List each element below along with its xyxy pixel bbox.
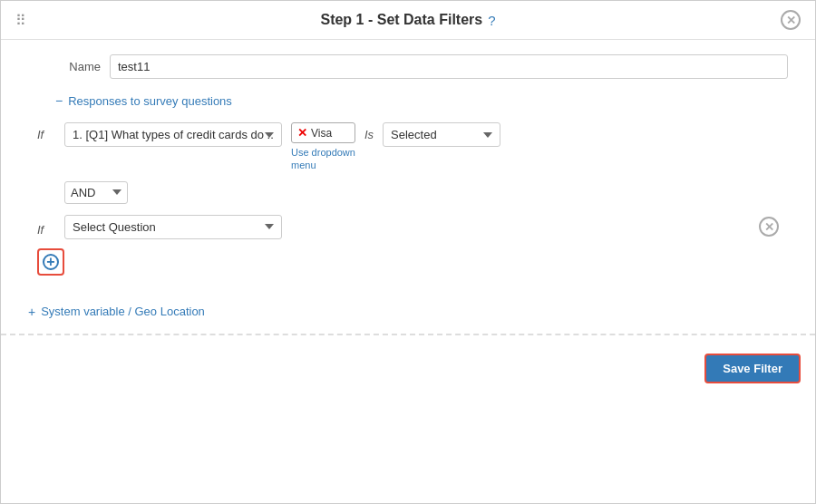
responses-toggle-icon[interactable]: − [55, 93, 63, 108]
if-label-2: If [37, 218, 64, 237]
system-section-header: + System variable / Geo Location [1, 305, 815, 319]
if-label-1: If [37, 122, 64, 141]
drag-handle-icon[interactable]: ⠿ [15, 12, 26, 29]
name-row: Name [28, 54, 788, 79]
page-title: Step 1 - Set Data Filters [320, 12, 482, 28]
footer: Save Filter [1, 346, 815, 391]
add-icon: + [43, 254, 59, 270]
responses-section-header: − Responses to survey questions [28, 93, 788, 108]
question-select-2[interactable]: Select Question [64, 215, 282, 239]
divider [1, 334, 815, 335]
system-toggle-icon[interactable]: + [28, 305, 35, 319]
row-delete-button[interactable]: ✕ [759, 217, 779, 237]
answer-area-1: ✕ Visa Use dropdownmenu [291, 122, 355, 172]
dialog-content: Name − Responses to survey questions If … [1, 40, 815, 305]
filter-row-2: If Select Question ✕ [28, 215, 788, 239]
visa-tag: ✕ Visa [291, 122, 355, 143]
visa-tag-remove-button[interactable]: ✕ [297, 126, 307, 140]
dialog-header: ⠿ Step 1 - Set Data Filters ? ✕ [1, 1, 815, 40]
is-select-1[interactable]: Selected Not Selected [383, 122, 500, 147]
add-filter-button[interactable]: + [37, 248, 64, 276]
add-button-row: + [37, 248, 788, 276]
name-input[interactable] [110, 54, 788, 79]
system-section-title[interactable]: System variable / Geo Location [41, 305, 205, 318]
name-label: Name [28, 60, 101, 73]
dropdown-hint[interactable]: Use dropdownmenu [291, 146, 355, 172]
is-label-1: Is [364, 122, 374, 141]
visa-tag-label: Visa [311, 127, 332, 140]
question-select-1[interactable]: 1. [Q1] What types of credit cards do ..… [64, 122, 282, 147]
help-icon[interactable]: ? [488, 13, 495, 28]
save-filter-button[interactable]: Save Filter [704, 354, 801, 383]
filter-row-1: If 1. [Q1] What types of credit cards do… [28, 122, 788, 172]
close-button[interactable]: ✕ [781, 10, 801, 30]
and-operator-select[interactable]: AND OR [64, 181, 128, 204]
and-row: AND OR [64, 181, 788, 204]
responses-section-title[interactable]: Responses to survey questions [68, 94, 232, 108]
